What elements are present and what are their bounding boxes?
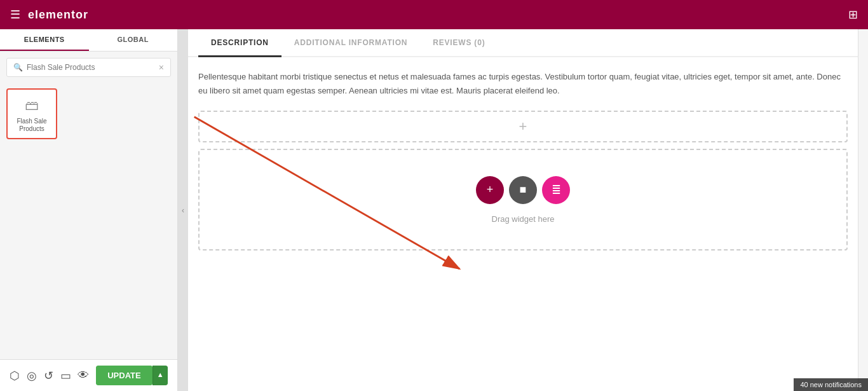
theme-button[interactable]: ≣	[542, 176, 570, 204]
layers-icon[interactable]: ⬡	[10, 369, 20, 383]
update-btn-wrapper: UPDATE ▲	[96, 366, 167, 385]
tab-elements[interactable]: ELEMENTS	[0, 29, 89, 51]
widget-action-buttons: + ■ ≣	[476, 176, 570, 204]
hamburger-icon[interactable]: ☰	[10, 8, 20, 22]
search-bar: 🔍 ×	[6, 58, 171, 77]
history-icon[interactable]: ↺	[44, 369, 53, 383]
add-widget-button[interactable]: +	[476, 176, 504, 204]
top-bar: ☰ elementor ⊞	[0, 0, 868, 29]
sidebar: ELEMENTS GLOBAL 🔍 × 🗃 Flash Sale Product…	[0, 29, 178, 391]
tab-additional-info[interactable]: ADDITIONAL INFORMATION	[281, 29, 420, 56]
drag-hint-text: Drag widget here	[492, 214, 555, 224]
top-bar-left: ☰ elementor	[10, 8, 88, 22]
content-tabs: DESCRIPTION ADDITIONAL INFORMATION REVIE…	[188, 29, 858, 57]
widget-grid: 🗃 Flash Sale Products	[0, 83, 177, 144]
description-text: Pellentesque habitant morbi tristique se…	[198, 70, 848, 98]
sidebar-tabs: ELEMENTS GLOBAL	[0, 29, 177, 51]
widget-archive-icon: 🗃	[25, 97, 39, 114]
section-button[interactable]: ■	[509, 176, 537, 204]
sidebar-bottom: ⬡ ◎ ↺ ▭ 👁 UPDATE ▲	[0, 359, 177, 391]
scrollbar-area	[858, 29, 868, 391]
drop-zone-top[interactable]: +	[198, 111, 848, 142]
style-icon[interactable]: ◎	[27, 369, 37, 383]
search-icon: 🔍	[13, 63, 23, 72]
update-dropdown-button[interactable]: ▲	[153, 366, 168, 385]
app-title: elementor	[28, 8, 88, 22]
add-section-icon: +	[519, 118, 527, 135]
main-layout: ELEMENTS GLOBAL 🔍 × 🗃 Flash Sale Product…	[0, 29, 868, 391]
grid-icon[interactable]: ⊞	[848, 8, 858, 22]
preview-icon[interactable]: 👁	[78, 369, 89, 382]
content-body: Pellentesque habitant morbi tristique se…	[188, 57, 858, 391]
search-input[interactable]	[27, 63, 159, 72]
notification-badge[interactable]: 40 new notifications	[794, 378, 868, 391]
close-icon[interactable]: ×	[159, 62, 164, 72]
widget-item-flash-sale[interactable]: 🗃 Flash Sale Products	[6, 88, 57, 139]
widget-item-label: Flash Sale Products	[13, 118, 51, 133]
tab-reviews[interactable]: REVIEWS (0)	[420, 29, 498, 56]
tab-description[interactable]: DESCRIPTION	[198, 29, 281, 56]
content-area: DESCRIPTION ADDITIONAL INFORMATION REVIE…	[188, 29, 858, 391]
sidebar-collapse-handle[interactable]: ‹	[178, 29, 188, 391]
tab-global[interactable]: GLOBAL	[89, 29, 178, 51]
update-button[interactable]: UPDATE	[96, 366, 152, 385]
drop-zone-widget[interactable]: + ■ ≣ Drag widget here	[198, 149, 848, 250]
responsive-icon[interactable]: ▭	[60, 369, 71, 383]
